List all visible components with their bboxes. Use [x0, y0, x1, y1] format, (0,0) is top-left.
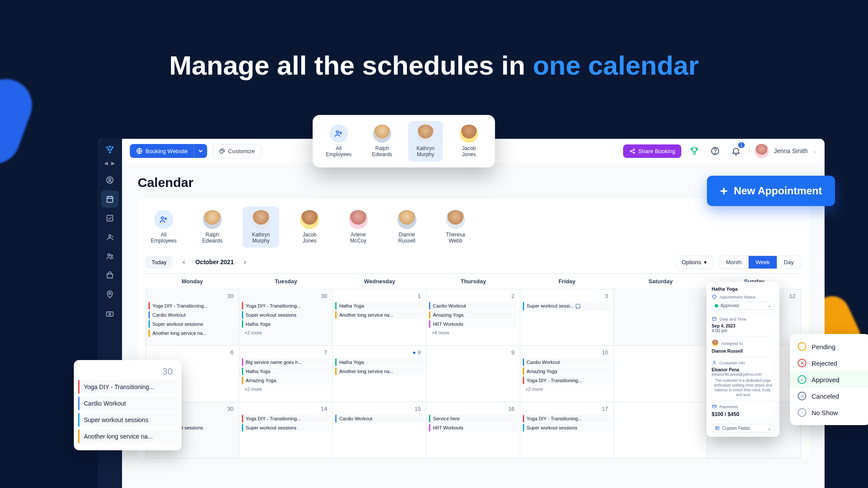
event-chip[interactable]: Yoga DIY - Transitioning... [78, 380, 177, 394]
employee-ralph[interactable]: Ralph Edwards [365, 121, 399, 161]
employee-theresa[interactable]: Theresa Webb [437, 206, 474, 248]
calendar-cell[interactable]: 14Yoga DIY - Transitioning...Super worko… [239, 402, 333, 459]
event-chip[interactable]: Another long service na... [335, 367, 423, 375]
event-chip[interactable]: Super workout sessions [78, 413, 177, 427]
event-chip[interactable]: Cardio Workout [523, 358, 611, 366]
event-chip[interactable]: Yoga DIY - Transitioning... [149, 302, 236, 310]
status-canceled[interactable]: ⦸Canceled [790, 388, 868, 404]
calendar-cell[interactable]: 15Cardio Workout [333, 402, 426, 459]
calendar-cell[interactable]: 16Service hereHIIT Workouts [426, 402, 520, 459]
event-chip[interactable]: Another long service na... [78, 429, 177, 443]
user-menu-caret[interactable]: ⌄ [813, 148, 817, 154]
event-chip[interactable]: Yoga DIY - Transitioning... [242, 302, 330, 310]
view-day[interactable]: Day [777, 256, 801, 269]
event-chip[interactable]: HIIT Workouts [429, 424, 517, 432]
event-chip[interactable]: Big service name goes h... [242, 358, 330, 366]
sidebar-item-tasks[interactable] [101, 210, 119, 227]
booking-website-button[interactable]: Booking Website [130, 144, 207, 158]
event-chip[interactable]: Hatha Yoga [242, 367, 330, 375]
event-chip[interactable]: Super workout sessions [149, 320, 236, 328]
event-chip[interactable]: Hatha Yoga [242, 320, 330, 328]
calendar-cell[interactable]: 1Hatha YogaAnother long service na... [333, 289, 426, 346]
achievements-icon[interactable] [686, 143, 702, 159]
event-chip[interactable]: Cardio Workout [429, 302, 517, 310]
calendar-cell[interactable]: 30Yoga DIY - Transitioning...Cardio Work… [145, 289, 239, 346]
employee-jacob[interactable]: Jacob Jones [291, 206, 328, 248]
calendar-cell[interactable]: 30Yoga DIY - Transitioning...Super worko… [239, 289, 333, 346]
calendar-cell[interactable]: 10Cardio WorkoutAmazing YogaYoga DIY - T… [520, 346, 614, 402]
event-chip[interactable]: Yoga DIY - Transitioning... [523, 377, 611, 384]
event-chip[interactable]: Another long service na... [335, 311, 423, 319]
calendar-cell[interactable]: 7Big service name goes h...Hatha YogaAma… [239, 346, 333, 402]
event-chip[interactable]: Super workout sessions [242, 311, 330, 319]
prev-arrow-icon[interactable]: ‹ [179, 257, 189, 267]
calendar-cell[interactable]: 9 [426, 346, 520, 402]
sidebar-item-shop[interactable] [101, 267, 119, 284]
view-month[interactable]: Month [719, 256, 749, 269]
event-chip[interactable]: Amazing Yoga [242, 377, 330, 384]
calendar-cell[interactable] [614, 402, 708, 459]
event-chip[interactable]: Yoga DIY - Transitioning... [523, 415, 611, 422]
employee-all[interactable]: All Employees [145, 206, 182, 248]
event-chip[interactable]: Cardio Workout [335, 415, 423, 422]
calendar-controls: Today ‹ October 2021 › Options ▾ Month W… [145, 255, 801, 269]
calendar-cell[interactable] [614, 346, 708, 402]
event-chip[interactable]: Another long service na... [149, 329, 236, 337]
customize-button[interactable]: Customize [212, 144, 261, 158]
more-link[interactable]: +2 more [242, 386, 330, 393]
help-icon[interactable] [707, 143, 723, 159]
event-chip[interactable]: Hatha Yoga [335, 302, 423, 310]
view-week[interactable]: Week [749, 256, 777, 269]
more-link[interactable]: +2 more [523, 386, 611, 393]
employee-kathryn[interactable]: Kathryn Murphy [243, 206, 279, 248]
custom-fields-toggle[interactable]: Custom Fields ⌄ [712, 424, 774, 432]
share-booking-button[interactable]: Share Booking [623, 144, 681, 158]
event-chip[interactable]: Super workout sessi... [523, 302, 611, 311]
booking-website-caret[interactable] [194, 144, 207, 158]
event-chip[interactable]: Cardio Workout [78, 396, 177, 410]
event-chip[interactable]: HIIT Workouts [429, 320, 517, 328]
employee-jacob[interactable]: Jacob Jones [452, 121, 486, 161]
status-pending[interactable]: ⋯Pending [790, 338, 868, 355]
employee-dianne[interactable]: Dianne Russell [389, 206, 425, 248]
employee-arlene[interactable]: Arlene McCoy [340, 206, 376, 248]
svg-point-14 [111, 255, 112, 256]
collapse-icon[interactable]: ◀ ▶ [104, 160, 115, 166]
svg-point-2 [106, 147, 109, 149]
more-link[interactable]: +4 more [429, 329, 517, 336]
sidebar-item-services[interactable] [101, 229, 119, 246]
employee-ralph[interactable]: Ralph Edwards [194, 206, 231, 248]
today-button[interactable]: Today [145, 256, 173, 269]
status-approved[interactable]: ✓Approved [790, 371, 868, 388]
more-link[interactable]: +2 more [242, 329, 330, 336]
event-chip[interactable]: Service here [429, 415, 517, 422]
calendar-cell[interactable]: 8Hatha YogaAnother long service na... [333, 346, 426, 402]
user-avatar[interactable] [755, 144, 769, 158]
next-arrow-icon[interactable]: › [240, 257, 250, 267]
employee-kathryn[interactable]: Kathryn Murphy [408, 121, 443, 161]
notifications-icon[interactable]: 1 [728, 143, 744, 159]
status-label: Canceled [812, 393, 839, 400]
sidebar-item-dashboard[interactable] [101, 171, 119, 189]
event-chip[interactable]: Cardio Workout [149, 311, 236, 319]
calendar-cell[interactable]: 3Super workout sessi... [520, 289, 614, 346]
event-chip[interactable]: Yoga DIY - Transitioning... [242, 415, 330, 422]
calendar-cell[interactable]: 2Cardio WorkoutAmazing YogaHIIT Workouts… [426, 289, 520, 346]
options-button[interactable]: Options ▾ [676, 255, 713, 269]
new-appointment-button[interactable]: + New Appointment [707, 176, 835, 206]
event-chip[interactable]: Super workout sessions [523, 424, 611, 432]
calendar-cell[interactable]: 17Yoga DIY - Transitioning...Super worko… [520, 402, 614, 459]
status-select[interactable]: Approved ⌄ [712, 301, 774, 310]
event-chip[interactable]: Amazing Yoga [429, 311, 517, 319]
sidebar-item-customers[interactable] [101, 248, 119, 265]
calendar-cell[interactable] [614, 289, 708, 346]
status-no-show[interactable]: −No Show [790, 404, 868, 421]
employee-all[interactable]: All Employees [321, 121, 356, 161]
event-chip[interactable]: Super workout sessions [242, 424, 330, 432]
event-chip[interactable]: Amazing Yoga [523, 367, 611, 375]
status-rejected[interactable]: ✕Rejected [790, 355, 868, 371]
sidebar-item-finance[interactable] [101, 305, 119, 322]
sidebar-item-calendar[interactable] [101, 190, 119, 208]
event-chip[interactable]: Hatha Yoga [335, 358, 423, 366]
sidebar-item-locations[interactable] [101, 286, 119, 303]
